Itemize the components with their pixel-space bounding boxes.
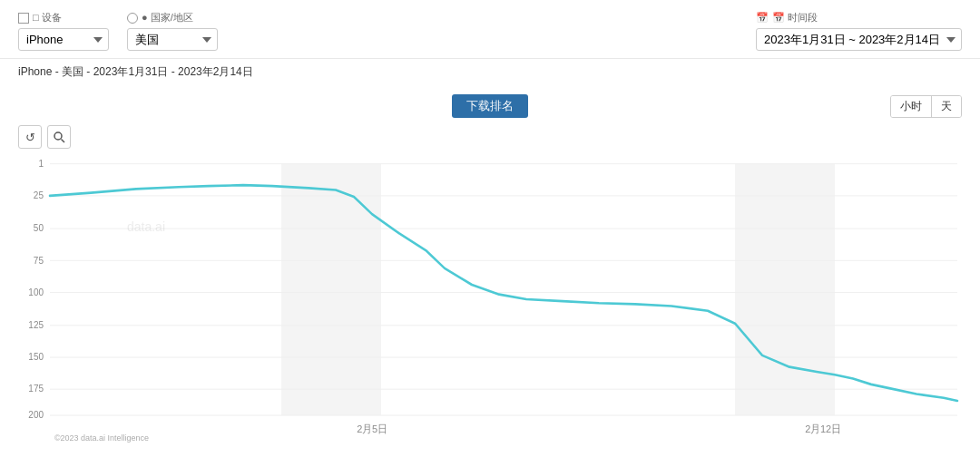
device-filter-group: □ 设备 iPhone iPad — [18, 11, 109, 51]
subtitle: iPhone - 美国 - 2023年1月31日 - 2023年2月14日 — [0, 59, 980, 87]
chart-svg: 1 25 50 75 100 125 150 — [18, 154, 962, 444]
x-label-feb5: 2月5日 — [357, 423, 387, 434]
svg-text:100: 100 — [28, 287, 44, 297]
zoom-button[interactable] — [47, 125, 71, 149]
chart-controls: ↺ — [18, 125, 962, 149]
weekend-shade-1 — [281, 164, 381, 415]
chart-toolbar: 下载排名 小时 天 — [0, 87, 980, 125]
globe-icon — [127, 13, 138, 24]
calendar-icon: 📅 — [756, 12, 769, 24]
date-select[interactable]: 2023年1月31日 ~ 2023年2月14日 — [756, 28, 962, 51]
date-filter-group: 📅 📅 时间段 2023年1月31日 ~ 2023年2月14日 — [756, 11, 962, 51]
svg-text:175: 175 — [28, 384, 44, 394]
chart-area: ↺ 1 25 — [0, 125, 980, 453]
svg-text:200: 200 — [28, 410, 44, 420]
svg-line-1 — [61, 139, 64, 142]
svg-text:75: 75 — [34, 255, 44, 265]
copyright-text: ©2023 data.ai Intelligence — [54, 433, 149, 442]
reset-button[interactable]: ↺ — [18, 125, 42, 149]
svg-text:150: 150 — [28, 352, 44, 362]
top-bar: □ 设备 iPhone iPad ● 国家/地区 美国 中国 日本 📅 📅 时间… — [0, 0, 980, 59]
x-label-feb12: 2月12日 — [805, 423, 841, 434]
time-toggle-hour[interactable]: 小时 — [891, 96, 932, 117]
svg-text:data.ai: data.ai — [127, 219, 165, 235]
svg-text:125: 125 — [28, 320, 44, 330]
chart-container: 1 25 50 75 100 125 150 — [18, 154, 962, 444]
time-toggle-group: 小时 天 — [890, 95, 962, 118]
date-label: 📅 📅 时间段 — [756, 11, 962, 24]
weekend-shade-2 — [735, 164, 835, 415]
device-select[interactable]: iPhone iPad — [18, 28, 109, 51]
chart-title-badge: 下载排名 — [452, 94, 528, 118]
time-toggle-day[interactable]: 天 — [932, 96, 961, 117]
device-icon — [18, 13, 29, 24]
country-select[interactable]: 美国 中国 日本 — [127, 28, 218, 51]
svg-point-0 — [54, 132, 62, 140]
watermark: data.ai — [127, 219, 165, 235]
svg-text:25: 25 — [34, 190, 44, 200]
zoom-icon — [54, 131, 65, 143]
svg-text:1: 1 — [38, 159, 44, 169]
svg-text:50: 50 — [34, 223, 44, 233]
device-label: □ 设备 — [18, 11, 109, 24]
country-label: ● 国家/地区 — [127, 11, 218, 24]
country-filter-group: ● 国家/地区 美国 中国 日本 — [127, 11, 218, 51]
